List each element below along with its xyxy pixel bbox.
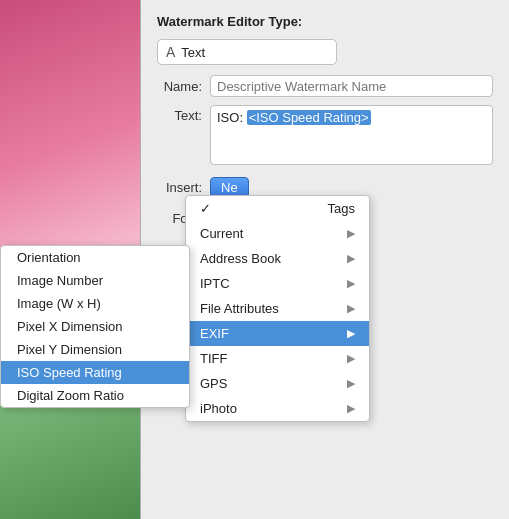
submenu-item-image-wxh[interactable]: Image (W x H) bbox=[1, 292, 189, 315]
current-label: Current bbox=[200, 226, 243, 241]
menu-item-file-attributes[interactable]: File Attributes ▶ bbox=[186, 296, 369, 321]
menu-item-address-book[interactable]: Address Book ▶ bbox=[186, 246, 369, 271]
iptc-label: IPTC bbox=[200, 276, 230, 291]
file-attributes-arrow: ▶ bbox=[347, 302, 355, 315]
dropdown-overlay: Tags Current ▶ Address Book ▶ IPTC ▶ Fil… bbox=[0, 195, 509, 519]
menu-item-tiff[interactable]: TIFF ▶ bbox=[186, 346, 369, 371]
menu-item-tags[interactable]: Tags bbox=[186, 196, 369, 221]
text-type-icon: A bbox=[166, 44, 175, 60]
name-row: Name: bbox=[157, 75, 493, 97]
menu-item-exif[interactable]: EXIF ▶ bbox=[186, 321, 369, 346]
submenu-item-iso-speed[interactable]: ISO Speed Rating bbox=[1, 361, 189, 384]
submenu-item-image-number[interactable]: Image Number bbox=[1, 269, 189, 292]
tags-label: Tags bbox=[328, 201, 355, 216]
menu-item-iphoto[interactable]: iPhoto ▶ bbox=[186, 396, 369, 421]
type-selector[interactable]: A Text bbox=[157, 39, 337, 65]
submenu-item-orientation[interactable]: Orientation bbox=[1, 246, 189, 269]
iphoto-label: iPhoto bbox=[200, 401, 237, 416]
exif-submenu: Orientation Image Number Image (W x H) P… bbox=[0, 245, 190, 408]
address-book-label: Address Book bbox=[200, 251, 281, 266]
iptc-arrow: ▶ bbox=[347, 277, 355, 290]
current-arrow: ▶ bbox=[347, 227, 355, 240]
text-label: Text: bbox=[157, 105, 202, 123]
panel-title: Watermark Editor Type: bbox=[157, 14, 493, 29]
menu-item-iptc[interactable]: IPTC ▶ bbox=[186, 271, 369, 296]
file-attributes-label: File Attributes bbox=[200, 301, 279, 316]
iphoto-arrow: ▶ bbox=[347, 402, 355, 415]
address-book-arrow: ▶ bbox=[347, 252, 355, 265]
name-input[interactable] bbox=[210, 75, 493, 97]
submenu-item-pixel-y[interactable]: Pixel Y Dimension bbox=[1, 338, 189, 361]
insert-label: Insert: bbox=[157, 180, 202, 195]
type-label: Text bbox=[181, 45, 205, 60]
menu-item-gps[interactable]: GPS ▶ bbox=[186, 371, 369, 396]
tiff-arrow: ▶ bbox=[347, 352, 355, 365]
text-highlight: <ISO Speed Rating> bbox=[247, 110, 371, 125]
tiff-label: TIFF bbox=[200, 351, 227, 366]
exif-label: EXIF bbox=[200, 326, 229, 341]
gps-arrow: ▶ bbox=[347, 377, 355, 390]
main-dropdown-menu: Tags Current ▶ Address Book ▶ IPTC ▶ Fil… bbox=[185, 195, 370, 422]
text-plain: ISO: bbox=[217, 110, 247, 125]
submenu-item-pixel-x[interactable]: Pixel X Dimension bbox=[1, 315, 189, 338]
submenu-item-digital-zoom[interactable]: Digital Zoom Ratio bbox=[1, 384, 189, 407]
exif-arrow: ▶ bbox=[347, 327, 355, 340]
text-area[interactable]: ISO: <ISO Speed Rating> bbox=[210, 105, 493, 165]
menu-item-current[interactable]: Current ▶ bbox=[186, 221, 369, 246]
text-row: Text: ISO: <ISO Speed Rating> bbox=[157, 105, 493, 165]
name-label: Name: bbox=[157, 79, 202, 94]
gps-label: GPS bbox=[200, 376, 227, 391]
